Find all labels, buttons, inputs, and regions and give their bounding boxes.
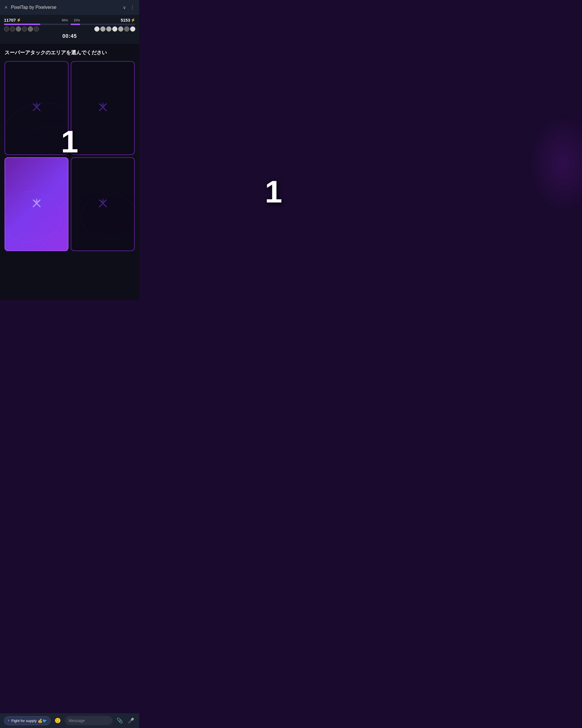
title-bar: × PixelTap by Pixelverse ∨ ⋮ bbox=[0, 0, 139, 15]
avatar bbox=[22, 26, 27, 31]
right-percent: 15% bbox=[74, 19, 80, 22]
sword-cross-icon bbox=[31, 198, 42, 210]
avatar bbox=[28, 26, 33, 31]
left-progress-fill bbox=[4, 24, 40, 25]
sword-cross-icon bbox=[98, 102, 108, 114]
avatar bbox=[106, 26, 111, 31]
card-bottom-left[interactable] bbox=[4, 157, 68, 251]
battle-stats-row: 11707 ⚡ 56% 15% 5153 ⚡ bbox=[4, 18, 135, 23]
right-avatars bbox=[94, 26, 135, 31]
card-top-right[interactable] bbox=[71, 61, 135, 155]
progress-bars-row bbox=[4, 24, 135, 25]
left-score-value: 11707 bbox=[4, 18, 16, 23]
left-player-score: 11707 ⚡ bbox=[4, 18, 21, 23]
left-lightning-icon: ⚡ bbox=[17, 18, 21, 22]
title-bar-right: ∨ ⋮ bbox=[123, 5, 135, 10]
avatar bbox=[34, 26, 39, 31]
sword-cross-icon bbox=[98, 198, 108, 210]
right-score-value: 5153 bbox=[121, 18, 130, 23]
left-progress-bar bbox=[4, 24, 69, 25]
battle-timer: 00:45 bbox=[62, 33, 77, 39]
avatar bbox=[112, 26, 117, 31]
more-options-icon[interactable]: ⋮ bbox=[130, 5, 135, 10]
avatar bbox=[4, 26, 9, 31]
card-top-left[interactable] bbox=[4, 61, 68, 155]
avatar bbox=[94, 26, 100, 31]
card-bottom-right[interactable] bbox=[71, 157, 135, 251]
title-bar-left: × PixelTap by Pixelverse bbox=[4, 4, 57, 10]
avatar bbox=[124, 26, 129, 31]
right-lightning-icon: ⚡ bbox=[131, 18, 135, 22]
left-percent: 56% bbox=[62, 19, 68, 22]
right-player-score: 5153 ⚡ bbox=[121, 18, 135, 23]
timer-row: 00:45 bbox=[4, 31, 135, 42]
avatar bbox=[130, 26, 135, 31]
chevron-down-icon[interactable]: ∨ bbox=[123, 5, 126, 10]
instruction-text: スーパーアタックのエリアを選んでください bbox=[4, 50, 135, 56]
avatars-row bbox=[4, 26, 135, 31]
close-button[interactable]: × bbox=[4, 4, 8, 10]
avatar bbox=[16, 26, 21, 31]
percent-labels: 56% 15% bbox=[62, 19, 80, 22]
battle-header: 11707 ⚡ 56% 15% 5153 ⚡ bbox=[0, 15, 139, 44]
game-area: スーパーアタックのエリアを選んでください bbox=[0, 44, 139, 300]
avatar bbox=[10, 26, 15, 31]
right-progress-fill bbox=[71, 24, 80, 25]
avatar bbox=[118, 26, 123, 31]
sword-cross-icon bbox=[31, 102, 42, 114]
right-progress-bar bbox=[71, 24, 135, 25]
avatar bbox=[100, 26, 105, 31]
left-avatars bbox=[4, 26, 39, 31]
app-title: PixelTap by Pixelverse bbox=[11, 5, 57, 10]
cards-grid: 1 bbox=[4, 61, 135, 251]
